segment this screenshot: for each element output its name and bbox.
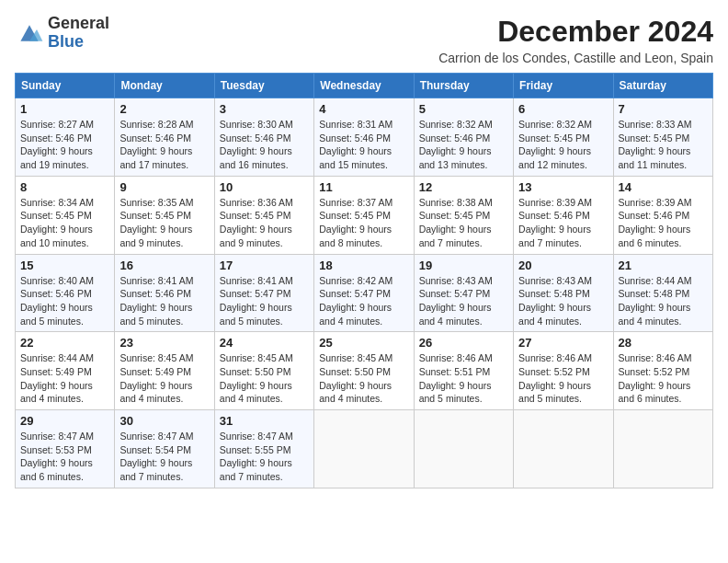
day-info: Sunrise: 8:47 AMSunset: 5:54 PMDaylight:… <box>119 430 209 484</box>
day-number: 25 <box>319 336 408 350</box>
day-number: 29 <box>20 414 109 428</box>
subtitle: Carrion de los Condes, Castille and Leon… <box>438 51 713 65</box>
main-title: December 2024 <box>438 15 713 49</box>
day-cell <box>613 410 712 488</box>
day-info: Sunrise: 8:39 AMSunset: 5:46 PMDaylight:… <box>619 196 708 250</box>
day-number: 23 <box>119 336 209 350</box>
day-info: Sunrise: 8:35 AMSunset: 5:45 PMDaylight:… <box>119 196 209 250</box>
day-info: Sunrise: 8:28 AMSunset: 5:46 PMDaylight:… <box>119 118 209 172</box>
day-number: 18 <box>319 259 408 272</box>
day-cell: 14Sunrise: 8:39 AMSunset: 5:46 PMDayligh… <box>613 176 712 254</box>
day-info: Sunrise: 8:39 AMSunset: 5:46 PMDaylight:… <box>518 196 608 250</box>
day-cell: 30Sunrise: 8:47 AMSunset: 5:54 PMDayligh… <box>115 410 214 488</box>
header-monday: Monday <box>115 74 214 98</box>
day-number: 30 <box>119 414 209 428</box>
day-info: Sunrise: 8:27 AMSunset: 5:46 PMDaylight:… <box>20 118 109 172</box>
day-number: 5 <box>419 102 508 116</box>
week-row-1: 1Sunrise: 8:27 AMSunset: 5:46 PMDaylight… <box>16 98 713 177</box>
week-row-5: 29Sunrise: 8:47 AMSunset: 5:53 PMDayligh… <box>16 410 713 488</box>
day-number: 15 <box>20 259 109 272</box>
logo-blue-text: Blue <box>48 33 109 52</box>
day-number: 6 <box>518 102 608 116</box>
day-info: Sunrise: 8:47 AMSunset: 5:55 PMDaylight:… <box>220 430 309 484</box>
day-number: 17 <box>220 259 309 272</box>
day-number: 11 <box>319 180 408 194</box>
week-row-2: 8Sunrise: 8:34 AMSunset: 5:45 PMDaylight… <box>16 176 713 254</box>
day-info: Sunrise: 8:37 AMSunset: 5:45 PMDaylight:… <box>319 196 408 250</box>
header-saturday: Saturday <box>613 74 712 98</box>
day-number: 4 <box>319 102 408 116</box>
day-info: Sunrise: 8:46 AMSunset: 5:52 PMDaylight:… <box>619 351 708 406</box>
day-cell: 31Sunrise: 8:47 AMSunset: 5:55 PMDayligh… <box>214 410 313 488</box>
day-cell: 11Sunrise: 8:37 AMSunset: 5:45 PMDayligh… <box>314 176 414 254</box>
day-info: Sunrise: 8:42 AMSunset: 5:47 PMDaylight:… <box>319 274 408 328</box>
day-number: 9 <box>119 180 209 194</box>
day-number: 14 <box>619 180 708 194</box>
day-number: 19 <box>419 259 508 272</box>
logo-text: General Blue <box>48 15 109 52</box>
day-cell: 18Sunrise: 8:42 AMSunset: 5:47 PMDayligh… <box>314 254 414 332</box>
day-cell <box>414 410 513 488</box>
day-cell: 1Sunrise: 8:27 AMSunset: 5:46 PMDaylight… <box>16 98 115 177</box>
day-number: 10 <box>220 180 309 194</box>
day-cell: 9Sunrise: 8:35 AMSunset: 5:45 PMDaylight… <box>115 176 214 254</box>
day-cell: 7Sunrise: 8:33 AMSunset: 5:45 PMDaylight… <box>613 98 712 177</box>
day-cell: 16Sunrise: 8:41 AMSunset: 5:46 PMDayligh… <box>115 254 214 332</box>
day-number: 27 <box>518 336 608 350</box>
day-number: 13 <box>518 180 608 194</box>
day-number: 12 <box>419 180 508 194</box>
day-info: Sunrise: 8:45 AMSunset: 5:50 PMDaylight:… <box>220 351 309 406</box>
title-block: December 2024 Carrion de los Condes, Cas… <box>438 15 713 65</box>
logo-general-text: General <box>48 15 109 33</box>
day-info: Sunrise: 8:45 AMSunset: 5:49 PMDaylight:… <box>119 351 209 406</box>
day-number: 24 <box>220 336 309 350</box>
day-number: 26 <box>419 336 508 350</box>
day-info: Sunrise: 8:32 AMSunset: 5:45 PMDaylight:… <box>518 118 608 172</box>
calendar-table: SundayMondayTuesdayWednesdayThursdayFrid… <box>15 73 713 488</box>
day-number: 16 <box>119 259 209 272</box>
header-thursday: Thursday <box>414 74 513 98</box>
day-number: 22 <box>20 336 109 350</box>
day-cell: 3Sunrise: 8:30 AMSunset: 5:46 PMDaylight… <box>214 98 313 177</box>
day-number: 20 <box>518 259 608 272</box>
day-info: Sunrise: 8:38 AMSunset: 5:45 PMDaylight:… <box>419 196 508 250</box>
day-cell: 12Sunrise: 8:38 AMSunset: 5:45 PMDayligh… <box>414 176 513 254</box>
day-info: Sunrise: 8:41 AMSunset: 5:46 PMDaylight:… <box>119 274 209 328</box>
day-info: Sunrise: 8:46 AMSunset: 5:52 PMDaylight:… <box>518 351 608 406</box>
day-cell <box>314 410 414 488</box>
day-info: Sunrise: 8:40 AMSunset: 5:46 PMDaylight:… <box>20 274 109 328</box>
day-info: Sunrise: 8:31 AMSunset: 5:46 PMDaylight:… <box>319 118 408 172</box>
day-info: Sunrise: 8:41 AMSunset: 5:47 PMDaylight:… <box>220 274 309 328</box>
day-info: Sunrise: 8:43 AMSunset: 5:48 PMDaylight:… <box>518 274 608 328</box>
day-cell: 13Sunrise: 8:39 AMSunset: 5:46 PMDayligh… <box>514 176 613 254</box>
day-info: Sunrise: 8:46 AMSunset: 5:51 PMDaylight:… <box>419 351 508 406</box>
header-wednesday: Wednesday <box>314 74 414 98</box>
calendar-body: 1Sunrise: 8:27 AMSunset: 5:46 PMDaylight… <box>16 98 713 488</box>
day-number: 7 <box>619 102 708 116</box>
week-row-3: 15Sunrise: 8:40 AMSunset: 5:46 PMDayligh… <box>16 254 713 332</box>
day-cell: 6Sunrise: 8:32 AMSunset: 5:45 PMDaylight… <box>514 98 613 177</box>
day-cell: 22Sunrise: 8:44 AMSunset: 5:49 PMDayligh… <box>16 332 115 410</box>
day-cell: 24Sunrise: 8:45 AMSunset: 5:50 PMDayligh… <box>214 332 313 410</box>
header-tuesday: Tuesday <box>214 74 313 98</box>
day-number: 3 <box>220 102 309 116</box>
day-number: 28 <box>619 336 708 350</box>
day-info: Sunrise: 8:45 AMSunset: 5:50 PMDaylight:… <box>319 351 408 406</box>
calendar-header: SundayMondayTuesdayWednesdayThursdayFrid… <box>16 74 713 98</box>
logo-icon <box>15 20 44 46</box>
header-sunday: Sunday <box>16 74 115 98</box>
day-info: Sunrise: 8:43 AMSunset: 5:47 PMDaylight:… <box>419 274 508 328</box>
header-row: SundayMondayTuesdayWednesdayThursdayFrid… <box>16 74 713 98</box>
day-info: Sunrise: 8:30 AMSunset: 5:46 PMDaylight:… <box>220 118 309 172</box>
day-cell: 10Sunrise: 8:36 AMSunset: 5:45 PMDayligh… <box>214 176 313 254</box>
day-info: Sunrise: 8:44 AMSunset: 5:49 PMDaylight:… <box>20 351 109 406</box>
day-info: Sunrise: 8:44 AMSunset: 5:48 PMDaylight:… <box>619 274 708 328</box>
day-info: Sunrise: 8:34 AMSunset: 5:45 PMDaylight:… <box>20 196 109 250</box>
day-info: Sunrise: 8:47 AMSunset: 5:53 PMDaylight:… <box>20 430 109 484</box>
day-cell: 29Sunrise: 8:47 AMSunset: 5:53 PMDayligh… <box>16 410 115 488</box>
day-cell: 17Sunrise: 8:41 AMSunset: 5:47 PMDayligh… <box>214 254 313 332</box>
day-cell: 8Sunrise: 8:34 AMSunset: 5:45 PMDaylight… <box>16 176 115 254</box>
day-number: 2 <box>119 102 209 116</box>
page-header: General Blue December 2024 Carrion de lo… <box>15 15 713 65</box>
day-cell: 5Sunrise: 8:32 AMSunset: 5:46 PMDaylight… <box>414 98 513 177</box>
